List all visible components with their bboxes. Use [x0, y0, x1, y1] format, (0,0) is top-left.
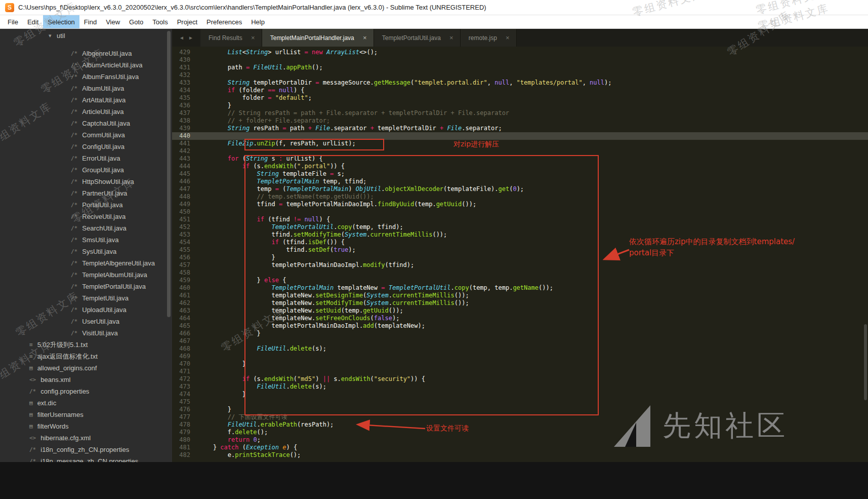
code-line[interactable]: 450 [172, 208, 868, 216]
menu-item-edit[interactable]: Edit [23, 15, 43, 28]
code-line[interactable]: 470 } [172, 360, 868, 368]
menu-item-goto[interactable]: Goto [125, 15, 148, 28]
sidebar-item-UserUtil.java[interactable]: /*UserUtil.java [0, 316, 172, 327]
code-line[interactable]: 455 tfind.setDef(true); [172, 246, 868, 254]
code-line[interactable]: 438 // + folder+ File.separator; [172, 117, 868, 125]
sidebar-item-filterWords[interactable]: ▤filterWords [0, 420, 172, 432]
code-line[interactable]: 464 templateNew.setFreeOnClouds(false); [172, 315, 868, 322]
sidebar-item-ArtAttaUtil.java[interactable]: /*ArtAttaUtil.java [0, 94, 172, 106]
sidebar-item-PortalUtil.java[interactable]: /*PortalUtil.java [0, 199, 172, 211]
menu-item-project[interactable]: Project [173, 15, 202, 28]
sidebar-item-5.02升级到5.1.txt[interactable]: ≡5.02升级到5.1.txt [0, 339, 172, 351]
code-line[interactable]: 454 if (tfind.isDef()) { [172, 239, 868, 246]
tab-remote.jsp[interactable]: remote.jsp× [461, 29, 517, 47]
code-line[interactable]: 448 // temp.setName(temp.getUuid()); [172, 193, 868, 201]
code-line[interactable]: 467 [172, 337, 868, 345]
code-line[interactable]: 445 String templateFile = s; [172, 170, 868, 178]
tab-TempletPortalUtil.java[interactable]: TempletPortalUtil.java× [374, 29, 461, 47]
sidebar-item-GroupUtil.java[interactable]: /*GroupUtil.java [0, 164, 172, 176]
sidebar-item-ReciveUtil.java[interactable]: /*ReciveUtil.java [0, 211, 172, 222]
code-line[interactable]: 463 templateNew.setUuid(temp.getUuid()); [172, 307, 868, 315]
sidebar-item-VisitUtil.java[interactable]: /*VisitUtil.java [0, 327, 172, 339]
code-line[interactable]: 476 } [172, 406, 868, 413]
code-line[interactable]: 432 [172, 71, 868, 79]
tab-close-icon[interactable]: × [504, 34, 511, 42]
code-line[interactable]: 434 if (folder == null) { [172, 87, 868, 94]
code-line[interactable]: 449 tfind = templetPortalMainDaoImpl.fin… [172, 201, 868, 208]
sidebar-item-ConfigUtil.java[interactable]: /*ConfigUtil.java [0, 141, 172, 152]
code-line[interactable]: 436 } [172, 102, 868, 109]
sidebar-item-hibernate.cfg.xml[interactable]: <>hibernate.cfg.xml [0, 432, 172, 444]
code-line[interactable]: 437 // String resPath = path + File.sepa… [172, 109, 868, 117]
tab-close-icon[interactable]: × [448, 34, 455, 42]
sidebar-item-ext.dic[interactable]: ▤ext.dic [0, 397, 172, 409]
menu-item-help[interactable]: Help [246, 15, 269, 28]
menu-item-tools[interactable]: Tools [148, 15, 172, 28]
sidebar-item-CommUtil.java[interactable]: /*CommUtil.java [0, 129, 172, 141]
folder-expand-icon[interactable]: ▾ [49, 32, 57, 39]
tab-Find Results[interactable]: Find Results× [200, 29, 262, 47]
sidebar-scrollbar[interactable] [167, 31, 171, 317]
code-line[interactable]: 458 [172, 269, 868, 277]
menu-item-selection[interactable]: Selection [43, 15, 79, 28]
code-line[interactable]: 472 if (s.endsWith("md5") || s.endsWith(… [172, 375, 868, 383]
code-line[interactable]: 446 TempletPortalMain temp, tfind; [172, 178, 868, 185]
sidebar-item-AlbumArticleUtil.java[interactable]: /*AlbumArticleUtil.java [0, 59, 172, 71]
code-line[interactable]: 482 e.printStackTrace(); [172, 451, 868, 459]
editor[interactable]: 429 List<String> urlList = new ArrayList… [172, 47, 868, 462]
sidebar-item-TempletAlbgenreUtil.java[interactable]: /*TempletAlbgenreUtil.java [0, 257, 172, 269]
sidebar-item-i18n_message_zh_CN.properties[interactable]: /*i18n_message_zh_CN.properties [0, 455, 172, 462]
sidebar-item-ErrorUtil.java[interactable]: /*ErrorUtil.java [0, 152, 172, 164]
sidebar-item-HttpShowUtil.java[interactable]: /*HttpShowUtil.java [0, 176, 172, 187]
tab-close-icon[interactable]: × [250, 34, 257, 42]
tab-TempletMainPortalHandler.java[interactable]: TempletMainPortalHandler.java× [262, 29, 374, 47]
sidebar-item-UploadUtil.java[interactable]: /*UploadUtil.java [0, 304, 172, 316]
back-arrow-icon[interactable]: ◄ [179, 35, 184, 41]
code-line[interactable]: 477 // 下面设置文件可读 [172, 413, 868, 421]
code-line[interactable]: 474 } [172, 391, 868, 398]
sidebar-item-SysUtil.java[interactable]: /*SysUtil.java [0, 246, 172, 257]
code-line[interactable]: 466 } [172, 330, 868, 337]
code-line[interactable]: 431 path = FileUtil.appPath(); [172, 64, 868, 71]
sidebar-item-ArticleUtil.java[interactable]: /*ArticleUtil.java [0, 106, 172, 118]
forward-arrow-icon[interactable]: ► [188, 35, 193, 41]
code-line[interactable]: 433 String templetPortalDir = messageSou… [172, 79, 868, 87]
code-line[interactable]: 478 FileUtil.erablePath(resPath); [172, 421, 868, 429]
code-line[interactable]: 452 TempletPortalUtil.copy(temp, tfind); [172, 223, 868, 231]
sidebar-item-ajax返回值标准化.txt[interactable]: ≡ajax返回值标准化.txt [0, 351, 172, 362]
code-line[interactable]: 479 f.delete(); [172, 429, 868, 436]
code-line[interactable]: 468 FileUtil.delete(s); [172, 345, 868, 353]
sidebar-item-config.properties[interactable]: /*config.properties [0, 386, 172, 397]
code-line[interactable]: 444 if (s.endsWith(".portal")) { [172, 163, 868, 170]
code-line[interactable]: 460 TempletPortalMain templateNew = Temp… [172, 284, 868, 292]
code-line[interactable]: 461 templateNew.setDesignTime(System.cur… [172, 292, 868, 299]
code-line[interactable]: 443 for (String s : urlList) { [172, 155, 868, 163]
sidebar-item-SearchUtil.java[interactable]: /*SearchUtil.java [0, 222, 172, 234]
code-line[interactable]: 465 templetPortalMainDaoImpl.add(templat… [172, 322, 868, 330]
sidebar-folder-util[interactable]: ▾util [0, 30, 172, 42]
code-line[interactable]: 481 } catch (Exception e) { [172, 444, 868, 451]
sidebar-item-AlbgenreUtil.java[interactable]: /*AlbgenreUtil.java [0, 48, 172, 59]
menu-item-view[interactable]: View [101, 15, 125, 28]
code-line[interactable]: 451 if (tfind != null) { [172, 216, 868, 223]
sidebar-item-PartnerUtil.java[interactable]: /*PartnerUtil.java [0, 187, 172, 199]
code-line[interactable]: 457 templetPortalMainDaoImpl.modify(tfin… [172, 261, 868, 269]
code-line[interactable]: 469 [172, 353, 868, 360]
sidebar-item-CaptchaUtil.java[interactable]: /*CaptchaUtil.java [0, 118, 172, 129]
editor-scrollbar[interactable] [864, 324, 867, 400]
menu-item-file[interactable]: File [3, 15, 23, 28]
code-line[interactable]: 453 tfind.setModifyTime(System.currentTi… [172, 231, 868, 239]
sidebar-item-i18n_config_zh_CN.properties[interactable]: /*i18n_config_zh_CN.properties [0, 444, 172, 455]
sidebar-item-AlbumUtil.java[interactable]: /*AlbumUtil.java [0, 83, 172, 94]
sidebar-item-TempletPortalUtil.java[interactable]: /*TempletPortalUtil.java [0, 281, 172, 292]
sidebar-item-beans.xml[interactable]: <>beans.xml [0, 374, 172, 386]
sidebar-item-TempletAlbumUtil.java[interactable]: /*TempletAlbumUtil.java [0, 269, 172, 281]
code-line[interactable]: 475 [172, 398, 868, 406]
code-line[interactable]: 456 } [172, 254, 868, 261]
sidebar-item-SmsUtil.java[interactable]: /*SmsUtil.java [0, 234, 172, 246]
code-line[interactable]: 471 [172, 368, 868, 375]
code-line[interactable]: 439 String resPath = path + File.separat… [172, 125, 868, 132]
menu-item-find[interactable]: Find [79, 15, 101, 28]
code-line[interactable]: 459 } else { [172, 277, 868, 284]
tab-close-icon[interactable]: × [361, 34, 368, 42]
